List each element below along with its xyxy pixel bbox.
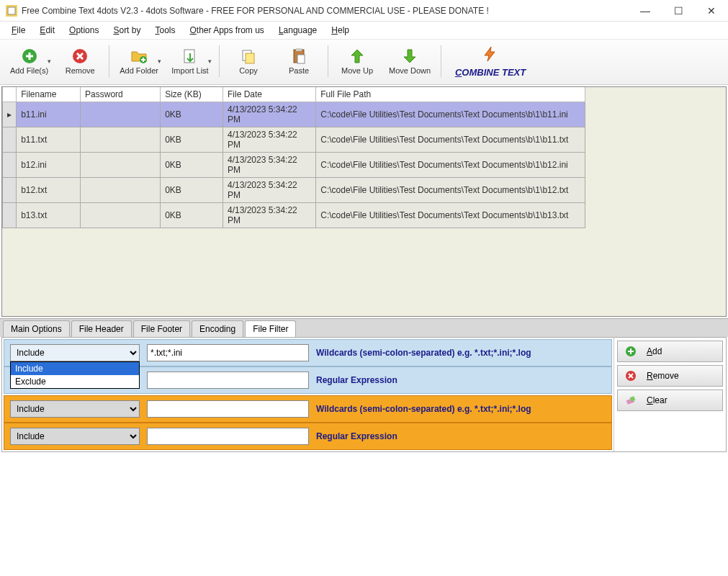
row-indicator-cell bbox=[3, 178, 17, 203]
main-area: FilenamePasswordSize (KB)File DateFull F… bbox=[0, 85, 728, 576]
combine-text-button[interactable]: COMBINE TEXT bbox=[447, 42, 534, 80]
table-row[interactable]: b13.txt0KB4/13/2023 5:34:22 PMC:\code\Fi… bbox=[3, 203, 585, 228]
move-up-button[interactable]: Move Up bbox=[334, 42, 380, 80]
table-cell: b11.ini bbox=[17, 102, 81, 127]
tab-file-filter[interactable]: File Filter bbox=[245, 320, 296, 337]
col-header-file-date[interactable]: File Date bbox=[223, 87, 316, 102]
import-icon bbox=[181, 48, 199, 65]
menu-options[interactable]: Options bbox=[62, 23, 106, 37]
window-title: Free Combine Text 4dots V2.3 - 4dots Sof… bbox=[22, 6, 629, 16]
table-cell: 0KB bbox=[161, 102, 223, 127]
table-cell bbox=[81, 102, 161, 127]
dropdown-option-include[interactable]: Include bbox=[11, 362, 139, 375]
filter-add-button[interactable]: Add bbox=[617, 341, 723, 362]
svg-rect-9 bbox=[296, 48, 302, 51]
tab-file-header[interactable]: File Header bbox=[71, 320, 132, 337]
filter-regex-label-2: Regular Expression bbox=[316, 431, 397, 441]
file-table: FilenamePasswordSize (KB)File DateFull F… bbox=[2, 87, 585, 228]
table-cell: 4/13/2023 5:34:22 PM bbox=[223, 153, 316, 178]
toolbar-separator bbox=[441, 45, 441, 77]
col-header-filename[interactable]: Filename bbox=[17, 87, 81, 102]
filter-regex-input-2[interactable] bbox=[147, 428, 309, 445]
add-folder-label: Add Folder bbox=[120, 66, 158, 75]
table-cell: 4/13/2023 5:34:22 PM bbox=[223, 178, 316, 203]
filter-mode-select-2[interactable]: Include bbox=[10, 400, 140, 418]
table-cell: 4/13/2023 5:34:22 PM bbox=[223, 127, 316, 153]
table-row[interactable]: ▸b11.ini0KB4/13/2023 5:34:22 PMC:\code\F… bbox=[3, 102, 585, 127]
remove-button[interactable]: Remove bbox=[57, 42, 103, 80]
folder-plus-icon bbox=[130, 48, 148, 65]
file-table-container: FilenamePasswordSize (KB)File DateFull F… bbox=[1, 86, 727, 317]
table-row[interactable]: b12.ini0KB4/13/2023 5:34:22 PMC:\code\Fi… bbox=[3, 153, 585, 178]
table-cell: C:\code\File Utilities\Test Documents\Te… bbox=[316, 153, 585, 178]
filter-regex-label-1: Regular Expression bbox=[316, 375, 397, 385]
tab-encoding[interactable]: Encoding bbox=[192, 320, 243, 337]
menu-tools[interactable]: Tools bbox=[148, 23, 182, 37]
filter-regex-input-1[interactable] bbox=[147, 372, 309, 389]
move-down-button[interactable]: Move Down bbox=[385, 42, 435, 80]
toolbar-separator bbox=[109, 45, 109, 77]
filter-clear-button[interactable]: Clear bbox=[617, 390, 723, 411]
menu-sort-by[interactable]: Sort by bbox=[106, 23, 148, 37]
copy-icon bbox=[240, 48, 257, 65]
import-list-button[interactable]: Import List ▾ bbox=[167, 42, 213, 80]
plus-circle-icon bbox=[21, 48, 38, 65]
dropdown-arrow-icon: ▾ bbox=[208, 58, 212, 65]
filter-wildcards-input-2[interactable] bbox=[147, 400, 309, 418]
table-row[interactable]: b11.txt0KB4/13/2023 5:34:22 PMC:\code\Fi… bbox=[3, 127, 585, 153]
filter-mode-select-1[interactable]: Include bbox=[10, 344, 140, 361]
toolbar: Add File(s) ▾ Remove Add Folder ▾ Import… bbox=[0, 39, 728, 85]
filter-remove-button[interactable]: Remove bbox=[617, 365, 723, 387]
table-cell: 4/13/2023 5:34:22 PM bbox=[223, 203, 316, 228]
bottom-tabs: Main OptionsFile HeaderFile FooterEncodi… bbox=[0, 318, 728, 337]
filter-mode-dropdown-open: Include Exclude bbox=[10, 361, 140, 389]
x-circle-icon bbox=[71, 48, 89, 65]
row-indicator-cell bbox=[3, 203, 17, 228]
table-cell: b13.txt bbox=[17, 203, 81, 228]
eraser-icon bbox=[625, 395, 637, 406]
menu-help[interactable]: Help bbox=[324, 23, 356, 37]
row-indicator-header[interactable] bbox=[3, 87, 17, 102]
menu-language[interactable]: Language bbox=[271, 23, 324, 37]
dropdown-option-exclude[interactable]: Exclude bbox=[11, 375, 139, 388]
table-cell: b11.txt bbox=[17, 127, 81, 153]
copy-button[interactable]: Copy bbox=[225, 42, 271, 80]
paste-icon bbox=[290, 48, 307, 65]
filter-row-wildcards-include: Include Include Exclude Wildcards (semi-… bbox=[4, 339, 612, 366]
move-up-label: Move Up bbox=[341, 66, 373, 75]
close-button[interactable]: ✕ bbox=[695, 0, 728, 22]
table-cell: b12.txt bbox=[17, 178, 81, 203]
add-files-button[interactable]: Add File(s) ▾ bbox=[6, 42, 53, 80]
combine-text-label: COMBINE TEXT bbox=[455, 64, 526, 78]
filter-mode-select-3[interactable]: Include bbox=[10, 428, 140, 445]
row-indicator-cell: ▸ bbox=[3, 102, 17, 127]
menu-edit[interactable]: Edit bbox=[32, 23, 62, 37]
col-header-size-kb-[interactable]: Size (KB) bbox=[161, 87, 223, 102]
paste-button[interactable]: Paste bbox=[276, 42, 322, 80]
app-icon bbox=[6, 5, 17, 17]
maximize-button[interactable]: ☐ bbox=[662, 0, 695, 22]
col-header-password[interactable]: Password bbox=[81, 87, 161, 102]
filter-row-regex-2: Include Regular Expression bbox=[4, 423, 612, 450]
col-header-full-file-path[interactable]: Full File Path bbox=[316, 87, 585, 102]
table-cell: C:\code\File Utilities\Test Documents\Te… bbox=[316, 203, 585, 228]
arrow-up-icon bbox=[349, 48, 366, 65]
table-cell bbox=[81, 153, 161, 178]
tab-main-options[interactable]: Main Options bbox=[3, 320, 70, 337]
filter-wildcards-label-2: Wildcards (semi-colon-separated) e.g. *.… bbox=[316, 404, 531, 414]
table-empty-space[interactable] bbox=[2, 228, 726, 316]
table-cell: b12.ini bbox=[17, 153, 81, 178]
menu-other-apps-from-us[interactable]: Other Apps from us bbox=[182, 23, 271, 37]
table-cell: 4/13/2023 5:34:22 PM bbox=[223, 102, 316, 127]
table-cell: 0KB bbox=[161, 178, 223, 203]
tab-file-footer[interactable]: File Footer bbox=[133, 320, 190, 337]
filter-remove-label: Remove bbox=[647, 371, 679, 381]
menu-file[interactable]: File bbox=[4, 23, 32, 37]
table-row[interactable]: b12.txt0KB4/13/2023 5:34:22 PMC:\code\Fi… bbox=[3, 178, 585, 203]
table-cell bbox=[81, 127, 161, 153]
minimize-button[interactable]: — bbox=[629, 0, 662, 22]
filter-wildcards-input-1[interactable] bbox=[147, 344, 309, 361]
add-folder-button[interactable]: Add Folder ▾ bbox=[115, 42, 163, 80]
table-header-row: FilenamePasswordSize (KB)File DateFull F… bbox=[3, 87, 585, 102]
titlebar: Free Combine Text 4dots V2.3 - 4dots Sof… bbox=[0, 0, 728, 22]
